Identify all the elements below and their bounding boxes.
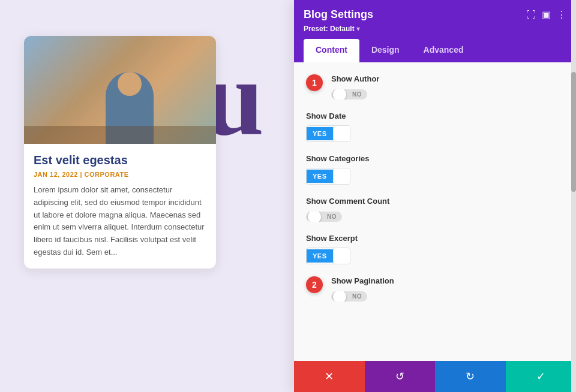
setting-show-author: 1 Show Author NO — [306, 74, 564, 99]
scrollbar-thumb[interactable] — [571, 72, 576, 192]
toggle-knob — [333, 89, 346, 99]
toggle-yes-text: YES — [307, 170, 333, 183]
show-date-toggle[interactable]: YES — [306, 125, 350, 142]
show-author-toggle[interactable]: NO — [331, 89, 367, 99]
toggle-thumb — [333, 248, 350, 264]
settings-panel: Blog Settings ⛶ ▣ ⋮ Preset: Default ▾ Co… — [294, 0, 576, 392]
tab-design[interactable]: Design — [359, 39, 412, 62]
save-button[interactable]: ✓ — [506, 361, 577, 392]
show-pagination-toggle[interactable]: NO — [331, 291, 367, 301]
show-date-label: Show Date — [306, 111, 564, 120]
panel-header: Blog Settings ⛶ ▣ ⋮ Preset: Default ▾ Co… — [294, 0, 576, 62]
show-comment-count-toggle[interactable]: NO — [306, 212, 342, 222]
preset-label: Preset: — [304, 25, 328, 33]
card-image — [24, 36, 216, 144]
step-badge-1: 1 — [306, 74, 323, 91]
toggle-knob — [333, 291, 346, 301]
show-comment-count-label: Show Comment Count — [306, 197, 564, 206]
card-text: Lorem ipsum dolor sit amet, consectetur … — [34, 184, 206, 259]
setting-show-pagination: 2 Show Pagination NO — [306, 276, 564, 301]
show-pagination-wrapper: 2 Show Pagination NO — [331, 276, 564, 301]
card-body: Est velit egestas JAN 12, 2022 | CORPORA… — [24, 144, 216, 269]
redo-button[interactable]: ↻ — [435, 361, 506, 392]
setting-show-date: Show Date YES — [306, 111, 564, 142]
toggle-thumb — [333, 168, 350, 184]
show-excerpt-toggle[interactable]: YES — [306, 248, 350, 264]
toggle-yes-text: YES — [307, 127, 333, 140]
setting-show-comment-count: Show Comment Count NO — [306, 197, 564, 222]
panel-footer: ✕ ↺ ↻ ✓ — [294, 361, 576, 392]
layout-icon[interactable]: ▣ — [542, 9, 551, 20]
toggle-thumb — [333, 126, 350, 141]
toggle-off-text: NO — [327, 213, 337, 220]
tab-advanced[interactable]: Advanced — [412, 39, 476, 62]
panel-content: 1 Show Author NO Show Date YES Show Cate… — [294, 62, 576, 361]
panel-header-top: Blog Settings ⛶ ▣ ⋮ — [304, 8, 566, 21]
show-author-label: Show Author — [331, 74, 564, 83]
setting-show-categories: Show Categories YES — [306, 154, 564, 185]
preset-value[interactable]: Default — [330, 25, 355, 33]
toggle-off-text: NO — [352, 91, 362, 98]
panel-title: Blog Settings — [304, 8, 373, 21]
panel-preset: Preset: Default ▾ — [304, 25, 566, 33]
panel-tabs: Content Design Advanced — [304, 39, 566, 62]
step-badge-2: 2 — [306, 276, 323, 293]
toggle-knob — [308, 212, 321, 222]
show-categories-label: Show Categories — [306, 154, 564, 163]
setting-show-excerpt: Show Excerpt YES — [306, 234, 564, 264]
toggle-off-text: NO — [352, 293, 362, 300]
show-excerpt-label: Show Excerpt — [306, 234, 564, 243]
cancel-button[interactable]: ✕ — [294, 361, 365, 392]
card-meta: JAN 12, 2022 | CORPORATE — [34, 171, 206, 178]
tab-content[interactable]: Content — [304, 39, 359, 62]
card-title: Est velit egestas — [34, 153, 206, 167]
desk-element — [24, 126, 216, 144]
expand-icon[interactable]: ⛶ — [526, 10, 536, 20]
reset-button[interactable]: ↺ — [365, 361, 436, 392]
panel-header-icons: ⛶ ▣ ⋮ — [526, 9, 566, 20]
show-pagination-label: Show Pagination — [331, 276, 564, 285]
show-categories-toggle[interactable]: YES — [306, 168, 350, 185]
more-icon[interactable]: ⋮ — [557, 9, 566, 20]
preview-area: Ou Est velit egestas JAN 12, 2022 | CORP… — [0, 0, 294, 392]
blog-card: Est velit egestas JAN 12, 2022 | CORPORA… — [24, 36, 216, 269]
card-image-bg — [24, 36, 216, 144]
show-author-wrapper: 1 Show Author NO — [331, 74, 564, 99]
toggle-yes-text: YES — [307, 249, 333, 263]
